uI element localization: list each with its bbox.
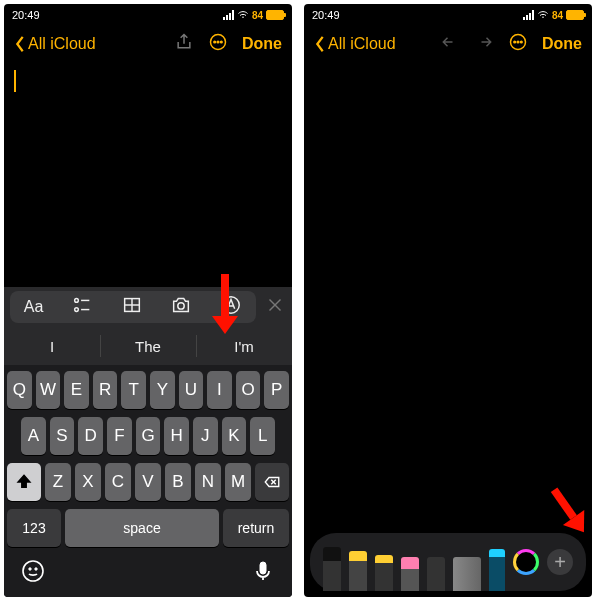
svg-point-19 <box>35 568 37 570</box>
mic-icon <box>251 559 275 583</box>
note-editor[interactable] <box>4 64 292 287</box>
key-x[interactable]: X <box>75 463 101 501</box>
tool-ruler[interactable] <box>453 557 481 591</box>
key-y[interactable]: Y <box>150 371 175 409</box>
key-j[interactable]: J <box>193 417 218 455</box>
suggestion-1[interactable]: I <box>4 327 100 365</box>
key-e[interactable]: E <box>64 371 89 409</box>
key-u[interactable]: U <box>179 371 204 409</box>
key-o[interactable]: O <box>236 371 261 409</box>
svg-point-6 <box>75 308 79 312</box>
key-c[interactable]: C <box>105 463 131 501</box>
color-picker-button[interactable] <box>513 549 539 575</box>
key-shift[interactable] <box>7 463 41 501</box>
tool-marker[interactable] <box>349 551 367 591</box>
back-label: All iCloud <box>328 35 396 53</box>
format-text-button[interactable]: Aa <box>24 298 44 316</box>
keyboard-toolbar: Aa <box>4 287 292 327</box>
key-t[interactable]: T <box>121 371 146 409</box>
key-numbers[interactable]: 123 <box>7 509 61 547</box>
key-b[interactable]: B <box>165 463 191 501</box>
key-n[interactable]: N <box>195 463 221 501</box>
svg-point-18 <box>29 568 31 570</box>
done-button[interactable]: Done <box>542 35 582 53</box>
wifi-icon <box>237 9 249 21</box>
checklist-icon <box>71 294 93 316</box>
key-q[interactable]: Q <box>7 371 32 409</box>
wifi-icon <box>537 9 549 21</box>
key-r[interactable]: R <box>93 371 118 409</box>
key-h[interactable]: H <box>164 417 189 455</box>
checklist-button[interactable] <box>71 294 93 320</box>
key-a[interactable]: A <box>21 417 46 455</box>
tool-eraser[interactable] <box>401 557 419 591</box>
key-i[interactable]: I <box>207 371 232 409</box>
table-icon <box>121 294 143 316</box>
markup-icon <box>220 294 242 316</box>
battery-icon <box>566 10 584 20</box>
svg-point-1 <box>214 41 216 43</box>
suggestion-3[interactable]: I'm <box>196 327 292 365</box>
nav-bar: All iCloud Done <box>304 24 592 64</box>
key-delete[interactable] <box>255 463 289 501</box>
phone-left: 20:49 84 All iCloud Done <box>4 4 292 597</box>
key-s[interactable]: S <box>50 417 75 455</box>
close-icon <box>264 294 286 316</box>
camera-icon <box>170 294 192 316</box>
dictation-button[interactable] <box>251 559 275 587</box>
back-button[interactable]: All iCloud <box>14 35 174 53</box>
back-button[interactable]: All iCloud <box>314 35 440 53</box>
status-time: 20:49 <box>312 9 340 21</box>
text-cursor <box>14 70 16 92</box>
status-time: 20:49 <box>12 9 40 21</box>
more-button[interactable] <box>508 32 528 56</box>
camera-button[interactable] <box>170 294 192 320</box>
suggestion-2[interactable]: The <box>100 327 196 365</box>
ellipsis-circle-icon <box>508 32 528 52</box>
svg-point-2 <box>217 41 219 43</box>
signal-icon <box>223 10 234 20</box>
sketch-canvas[interactable] <box>304 64 592 533</box>
key-w[interactable]: W <box>36 371 61 409</box>
key-k[interactable]: K <box>222 417 247 455</box>
key-l[interactable]: L <box>250 417 275 455</box>
key-space[interactable]: space <box>65 509 219 547</box>
key-d[interactable]: D <box>78 417 103 455</box>
key-v[interactable]: V <box>135 463 161 501</box>
key-p[interactable]: P <box>264 371 289 409</box>
chevron-left-icon <box>14 35 26 53</box>
done-button[interactable]: Done <box>242 35 282 53</box>
tool-lasso[interactable] <box>427 557 445 591</box>
key-z[interactable]: Z <box>45 463 71 501</box>
share-button[interactable] <box>174 32 194 56</box>
ellipsis-circle-icon <box>208 32 228 52</box>
key-return[interactable]: return <box>223 509 289 547</box>
svg-point-3 <box>221 41 223 43</box>
tool-pencil[interactable] <box>375 555 393 591</box>
key-m[interactable]: M <box>225 463 251 501</box>
battery-percent: 84 <box>552 10 563 21</box>
markup-button[interactable] <box>220 294 242 320</box>
tool-pixel-pen[interactable] <box>489 549 505 591</box>
add-button[interactable]: + <box>547 549 573 575</box>
status-bar: 20:49 84 <box>304 4 592 24</box>
redo-icon <box>474 32 494 52</box>
emoji-button[interactable] <box>21 559 45 587</box>
table-button[interactable] <box>121 294 143 320</box>
delete-icon <box>263 473 281 491</box>
signal-icon <box>523 10 534 20</box>
phone-right: 20:49 84 All iCloud Done <box>304 4 592 597</box>
markup-toolbar: + <box>310 533 586 591</box>
toolbar-close-button[interactable] <box>264 294 286 320</box>
more-button[interactable] <box>208 32 228 56</box>
svg-point-4 <box>75 299 79 303</box>
redo-button[interactable] <box>474 32 494 56</box>
emoji-icon <box>21 559 45 583</box>
chevron-left-icon <box>314 35 326 53</box>
svg-point-24 <box>521 41 523 43</box>
svg-rect-20 <box>260 562 266 574</box>
key-g[interactable]: G <box>136 417 161 455</box>
tool-pen[interactable] <box>323 547 341 591</box>
key-f[interactable]: F <box>107 417 132 455</box>
undo-button[interactable] <box>440 32 460 56</box>
